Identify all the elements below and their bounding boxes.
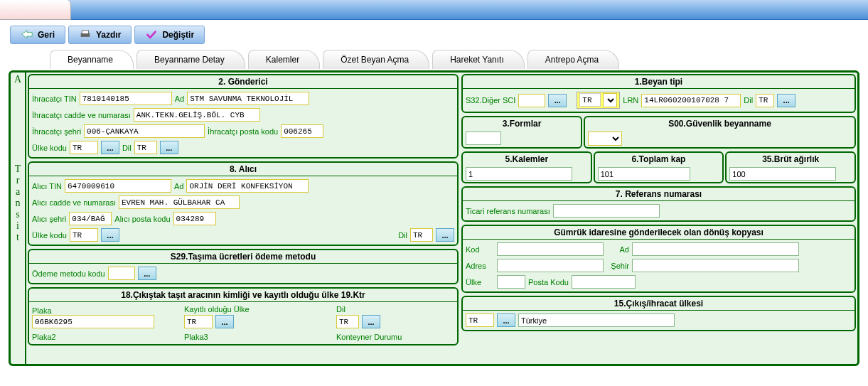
s32-label: S32.Diğer SCI	[466, 96, 515, 104]
vertical-label: A T r a n s i t	[11, 73, 26, 364]
cadde-label: İhracatçı cadde ve numarası	[32, 111, 131, 119]
section-referans: 7. Referans numarası Ticari referans num…	[461, 186, 856, 222]
beyan-dil-input[interactable]	[756, 94, 774, 107]
brut-input[interactable]	[729, 167, 836, 181]
tab-ozet-beyan[interactable]: Özet Beyan Açma	[323, 50, 429, 69]
odeme-lookup-button[interactable]: ...	[138, 267, 156, 280]
alici-ad-input[interactable]	[186, 179, 309, 193]
posta-label: İhracatçı posta kodu	[208, 127, 278, 136]
ihracatci-posta-input[interactable]	[281, 124, 323, 138]
beyan-dil-label: Dil	[744, 96, 753, 104]
donus-ad-label: Ad	[606, 245, 629, 254]
donus-sehir-label: Şehir	[606, 262, 629, 270]
alici-ad-label: Ad	[174, 182, 183, 191]
plaka2-label: Plaka2	[32, 333, 56, 341]
ulke-lookup-button[interactable]: ...	[101, 141, 119, 154]
ihracatci-cadde-input[interactable]	[134, 108, 260, 122]
ihracatci-tin-input[interactable]	[80, 92, 172, 105]
cikis-ulke-input[interactable]	[466, 313, 494, 327]
beyan-tr-input[interactable]	[579, 93, 601, 107]
form-container: A T r a n s i t 2. Gönderici İhracatçı T…	[9, 70, 859, 366]
donus-kod-input[interactable]	[497, 242, 604, 256]
ihracatci-ad-input[interactable]	[187, 92, 309, 105]
cikis-title: 15.Çıkış/ihracat ülkesi	[463, 297, 854, 311]
tabbar: Beyanname Beyanname Detay Kalemler Özet …	[0, 50, 868, 69]
print-button[interactable]: Yazdır	[68, 26, 132, 44]
beyan-title: 1.Beyan tipi	[463, 75, 854, 89]
s18-dil-label: Dil	[336, 305, 380, 313]
tab-beyanname-detay[interactable]: Beyanname Detay	[136, 50, 245, 69]
alici-tin-input[interactable]	[65, 179, 171, 193]
ref-input[interactable]	[553, 204, 660, 218]
lrn-label: LRN	[623, 96, 638, 104]
alici-posta-label: Alıcı posta kodu	[114, 215, 170, 223]
s32-lookup-button[interactable]: ...	[548, 94, 567, 107]
s29-title: S29.Taşıma ücretleri ödeme metodu	[29, 250, 457, 264]
cikis-lookup-button[interactable]: ...	[497, 313, 515, 327]
kap-input[interactable]	[598, 167, 690, 181]
dil-lookup-button[interactable]: ...	[160, 141, 178, 154]
donus-ulke-input[interactable]	[497, 275, 525, 289]
donus-adres-label: Adres	[466, 262, 494, 270]
section-beyan-tipi: 1.Beyan tipi S32.Diğer SCI ... LRN Di	[461, 74, 856, 113]
kayitli-ulke-lookup-button[interactable]: ...	[215, 315, 234, 328]
alici-ulke-input[interactable]	[70, 228, 98, 242]
ihracatci-ulke-input[interactable]	[70, 141, 98, 154]
gonderici-title: 2. Gönderici	[29, 75, 457, 89]
alici-dil-input[interactable]	[410, 228, 433, 242]
odeme-kod-input[interactable]	[108, 267, 135, 280]
s18-dil-lookup-button[interactable]: ...	[362, 315, 380, 328]
plaka-input[interactable]	[32, 315, 154, 328]
tab-kalemler[interactable]: Kalemler	[248, 50, 320, 69]
cikis-ad-input[interactable]	[518, 313, 675, 327]
section-s29: S29.Taşıma ücretleri ödeme metodu Ödeme …	[28, 249, 459, 284]
donus-adres-input[interactable]	[497, 259, 604, 272]
section-kap: 6.Toplam kap	[594, 151, 724, 183]
alici-tin-label: Alıcı TIN	[32, 182, 62, 191]
alici-dil-lookup-button[interactable]: ...	[436, 228, 454, 242]
ulke-label: Ülke kodu	[32, 144, 67, 152]
tab-hareket-yaniti[interactable]: Hareket Yanıtı	[432, 50, 525, 69]
kalemler-input[interactable]	[466, 167, 572, 181]
kap-title: 6.Toplam kap	[595, 153, 723, 166]
konteyner-label: Konteyner Durumu	[336, 333, 402, 341]
plaka3-label: Plaka3	[184, 333, 208, 341]
alici-title: 8. Alıcı	[29, 163, 457, 176]
formlar-input[interactable]	[466, 132, 501, 145]
kayitli-ulke-input[interactable]	[184, 315, 213, 328]
donus-ulke-label: Ülke	[466, 278, 494, 286]
kayitli-ulke-label: Kayıtlı olduğu Ülke	[184, 305, 333, 313]
alici-posta-input[interactable]	[173, 212, 216, 225]
alici-ulke-label: Ülke kodu	[32, 231, 67, 240]
tab-beyanname[interactable]: Beyanname	[50, 50, 134, 69]
kalemler-title: 5.Kalemler	[463, 153, 591, 166]
brut-title: 35.Brüt ağırlık	[727, 153, 854, 166]
beyan-tr-group	[577, 92, 620, 109]
alici-sehir-input[interactable]	[69, 212, 112, 225]
s00-select[interactable]	[588, 132, 622, 146]
ihracatci-sehir-input[interactable]	[84, 124, 205, 138]
donus-posta-label: Posta Kodu	[528, 278, 569, 286]
section-donus: Gümrük idaresine gönderilecek olan dönüş…	[461, 225, 856, 293]
donus-posta-input[interactable]	[572, 275, 636, 289]
beyan-dil-lookup-button[interactable]: ...	[777, 94, 795, 107]
donus-ad-input[interactable]	[632, 242, 799, 256]
s32-input[interactable]	[518, 94, 545, 107]
alici-dil-label: Dil	[398, 231, 407, 240]
beyan-tr-select[interactable]	[603, 93, 617, 107]
section-s00: S00.Güvenlik beyanname	[584, 116, 856, 149]
lrn-input[interactable]	[641, 94, 741, 107]
alici-sehir-label: Alıcı şehri	[32, 215, 66, 223]
s18-dil-input[interactable]	[336, 315, 359, 328]
ihracatci-dil-input[interactable]	[134, 141, 157, 154]
donus-sehir-input[interactable]	[632, 259, 799, 272]
alici-cadde-label: Alıcı cadde ve numarası	[32, 198, 116, 207]
change-button[interactable]: Değiştir	[134, 26, 205, 44]
tab-antrepo[interactable]: Antrepo Açma	[527, 50, 619, 69]
alici-cadde-input[interactable]	[119, 195, 240, 209]
back-button[interactable]: Geri	[10, 26, 65, 44]
section-cikis: 15.Çıkış/ihracat ülkesi ...	[461, 296, 856, 331]
alici-ulke-lookup-button[interactable]: ...	[101, 228, 119, 242]
check-icon	[145, 30, 158, 40]
plaka-label: Plaka	[32, 306, 181, 315]
